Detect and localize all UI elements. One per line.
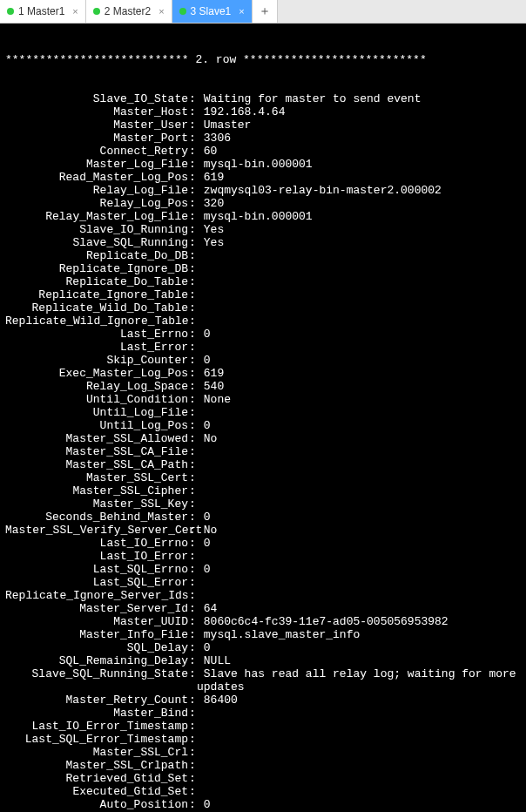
status-value xyxy=(197,301,521,315)
status-row: Last_SQL_Errno: 0 xyxy=(5,563,521,576)
status-label: Read_Master_Log_Pos xyxy=(5,171,188,184)
status-label: Master_SSL_Allowed xyxy=(5,432,188,445)
status-value xyxy=(197,406,521,419)
status-row: Master_SSL_Allowed: No xyxy=(5,432,521,445)
status-label: Last_SQL_Error_Timestamp xyxy=(5,733,188,746)
status-row: Master_SSL_CA_File: xyxy=(5,445,521,458)
colon-separator: : xyxy=(188,184,197,197)
status-label: Master_Server_Id xyxy=(5,602,188,615)
status-label: Master_Bind xyxy=(5,707,188,720)
status-label: Last_IO_Error_Timestamp xyxy=(5,720,188,733)
tab-master2[interactable]: 2 Master2 × xyxy=(86,0,172,23)
status-value: 192.168.4.64 xyxy=(197,105,521,118)
status-label: Seconds_Behind_Master xyxy=(5,511,188,524)
status-label: Last_Errno xyxy=(5,328,188,341)
status-value: 0 xyxy=(197,798,521,811)
status-label: Replicate_Do_DB xyxy=(5,249,188,262)
status-value: 0 xyxy=(197,563,521,576)
colon-separator: : xyxy=(188,524,197,537)
status-label: Master_Info_File xyxy=(5,628,188,641)
colon-separator: : xyxy=(188,694,197,707)
status-value: 64 xyxy=(197,602,521,615)
status-row: Replicate_Do_Table: xyxy=(5,275,521,288)
status-label: Master_Retry_Count xyxy=(5,694,188,707)
status-value: mysql.slave_master_info xyxy=(197,628,521,641)
status-value: 0 xyxy=(197,641,521,654)
close-icon[interactable]: × xyxy=(158,6,164,17)
status-row: Master_SSL_Cipher: xyxy=(5,484,521,497)
colon-separator: : xyxy=(188,746,197,759)
status-value: Waiting for master to send event xyxy=(197,92,521,105)
colon-separator: : xyxy=(188,720,197,733)
status-label: Replicate_Wild_Do_Table xyxy=(5,301,188,315)
status-label: Until_Condition xyxy=(5,393,188,406)
colon-separator: : xyxy=(188,367,197,380)
colon-separator: : xyxy=(188,798,197,811)
status-row: SQL_Remaining_Delay: NULL xyxy=(5,654,521,667)
colon-separator: : xyxy=(188,210,197,223)
close-icon[interactable]: × xyxy=(72,6,78,17)
status-label: Replicate_Ignore_Server_Ids xyxy=(5,589,188,602)
colon-separator: : xyxy=(188,471,197,484)
status-row: Last_SQL_Error: xyxy=(5,576,521,589)
status-value xyxy=(197,445,521,458)
status-row: Last_SQL_Error_Timestamp: xyxy=(5,733,521,746)
status-row: Until_Condition: None xyxy=(5,393,521,406)
status-row: Relay_Master_Log_File: mysql-bin.000001 xyxy=(5,210,521,223)
colon-separator: : xyxy=(188,262,197,275)
colon-separator: : xyxy=(188,484,197,497)
status-row: Last_Errno: 0 xyxy=(5,328,521,341)
status-row: Until_Log_Pos: 0 xyxy=(5,419,521,432)
colon-separator: : xyxy=(188,785,197,798)
status-row: Seconds_Behind_Master: 0 xyxy=(5,511,521,524)
status-row: Executed_Gtid_Set: xyxy=(5,785,521,798)
status-label: Master_SSL_Crlpath xyxy=(5,759,188,772)
tab-label: 2 Master2 xyxy=(105,5,151,17)
status-row: Slave_SQL_Running_State: Slave has read … xyxy=(5,667,521,694)
tab-master1[interactable]: 1 Master1 × xyxy=(0,0,86,23)
colon-separator: : xyxy=(188,654,197,667)
status-row: Slave_IO_Running: Yes xyxy=(5,223,521,236)
status-row: Slave_IO_State: Waiting for master to se… xyxy=(5,92,521,105)
status-value: NULL xyxy=(197,654,521,667)
status-row: Master_SSL_Verify_Server_Cert: No xyxy=(5,524,521,537)
status-label: SQL_Delay xyxy=(5,641,188,654)
status-value xyxy=(197,746,521,759)
colon-separator: : xyxy=(188,497,197,511)
status-row: Skip_Counter: 0 xyxy=(5,354,521,367)
status-label: Master_SSL_Key xyxy=(5,497,188,511)
status-value: 0 xyxy=(197,511,521,524)
colon-separator: : xyxy=(188,511,197,524)
colon-separator: : xyxy=(188,589,197,602)
status-row: Master_SSL_Key: xyxy=(5,497,521,511)
close-icon[interactable]: × xyxy=(239,6,244,17)
status-value xyxy=(197,589,521,602)
status-row: Master_SSL_Cert: xyxy=(5,471,521,484)
status-value: 86400 xyxy=(197,694,521,707)
status-row: Until_Log_File: xyxy=(5,406,521,419)
colon-separator: : xyxy=(188,315,197,328)
colon-separator: : xyxy=(188,236,197,249)
tab-label: 1 Master1 xyxy=(18,5,64,17)
status-value: Yes xyxy=(197,236,521,249)
tab-slave1[interactable]: 3 Slave1 × xyxy=(172,0,253,23)
status-value: 619 xyxy=(197,367,521,380)
colon-separator: : xyxy=(188,328,197,341)
status-value: mysql-bin.000001 xyxy=(197,210,521,223)
status-value: 0 xyxy=(197,328,521,341)
status-row: Master_UUID: 8060c6c4-fc39-11e7-ad05-005… xyxy=(5,615,521,628)
status-label: Relay_Log_Pos xyxy=(5,197,188,210)
status-row: SQL_Delay: 0 xyxy=(5,641,521,654)
status-label: Skip_Counter xyxy=(5,354,188,367)
status-label: Master_SSL_Cipher xyxy=(5,484,188,497)
status-label: Master_SSL_CA_File xyxy=(5,445,188,458)
colon-separator: : xyxy=(188,641,197,654)
colon-separator: : xyxy=(188,406,197,419)
colon-separator: : xyxy=(188,158,197,171)
colon-separator: : xyxy=(188,223,197,236)
status-row: Master_Server_Id: 64 xyxy=(5,602,521,615)
colon-separator: : xyxy=(188,145,197,158)
status-label: Relay_Master_Log_File xyxy=(5,210,188,223)
status-value xyxy=(197,262,521,275)
new-tab-button[interactable]: ＋ xyxy=(253,0,278,23)
